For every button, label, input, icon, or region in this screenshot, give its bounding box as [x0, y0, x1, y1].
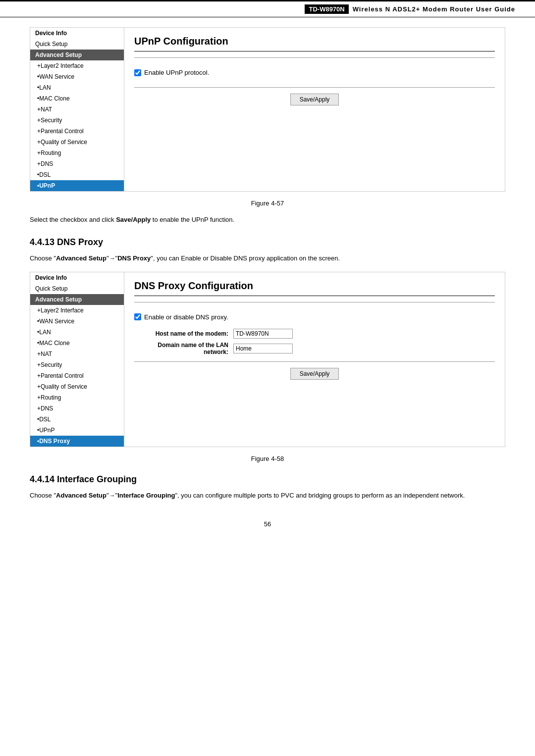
dns-hr2 [134, 361, 495, 362]
sidebar-item-routing-2[interactable]: +Routing [30, 392, 124, 403]
upnp-save-row: Save/Apply [134, 94, 495, 105]
interface-intro-text: Choose "Advanced Setup"→"Interface Group… [30, 491, 505, 501]
interface-heading-text: 4.4.14 Interface Grouping [30, 474, 137, 484]
sidebar-item-security-1[interactable]: +Security [30, 115, 124, 126]
dns-figure: Device Info Quick Setup Advanced Setup +… [30, 272, 505, 447]
sidebar-item-layer2-1[interactable]: +Layer2 Interface [30, 60, 124, 71]
dns-host-row: Host name of the modem: [134, 329, 495, 339]
sidebar-item-dsl-1[interactable]: •DSL [30, 169, 124, 180]
dns-intro-prefix: Choose " [30, 254, 56, 262]
upnp-figure-caption: Figure 4-57 [30, 200, 505, 207]
sidebar-item-security-2[interactable]: +Security [30, 359, 124, 370]
dns-checkbox-label: Enable or disable DNS proxy. [144, 313, 228, 321]
dns-checkbox-row: Enable or disable DNS proxy. [134, 308, 495, 326]
interface-intro-bold1: Advanced Setup [56, 492, 107, 499]
dns-host-label: Host name of the modem: [134, 330, 228, 337]
upnp-figure: Device Info Quick Setup Advanced Setup +… [30, 27, 505, 192]
upnp-sidebar: Device Info Quick Setup Advanced Setup +… [30, 28, 124, 191]
sidebar-item-wan-2[interactable]: •WAN Service [30, 316, 124, 327]
upnp-below-text: Select the checkbox and click Save/Apply… [30, 215, 505, 225]
upnp-below-prefix: Select the checkbox and click [30, 216, 116, 223]
upnp-checkbox-label: Enable UPnP protocol. [144, 69, 209, 76]
dns-save-row: Save/Apply [134, 368, 495, 380]
sidebar-item-advanced-setup-2[interactable]: Advanced Setup [30, 294, 124, 305]
sidebar-item-layer2-2[interactable]: +Layer2 Interface [30, 305, 124, 316]
interface-intro-suffix: ", you can configure multiple ports to P… [175, 492, 465, 499]
sidebar-item-wan-1[interactable]: •WAN Service [30, 71, 124, 82]
upnp-save-button[interactable]: Save/Apply [290, 94, 339, 105]
sidebar-item-mac-1[interactable]: •MAC Clone [30, 93, 124, 104]
upnp-checkbox-row: Enable UPnP protocol. [134, 64, 495, 81]
sidebar-item-parental-1[interactable]: +Parental Control [30, 126, 124, 137]
upnp-panel: UPnP Configuration Enable UPnP protocol.… [124, 28, 505, 191]
dns-section-heading: 4.4.13 DNS Proxy [30, 237, 505, 248]
upnp-enable-checkbox[interactable] [134, 69, 141, 76]
page-header: TD-W8970N Wireless N ADSL2+ Modem Router… [0, 0, 535, 17]
sidebar-item-quick-setup-1[interactable]: Quick Setup [30, 39, 124, 50]
sidebar-item-dsl-2[interactable]: •DSL [30, 414, 124, 425]
dns-intro-suffix: ", you can Enable or Disable DNS proxy a… [151, 254, 340, 262]
sidebar-item-nat-2[interactable]: +NAT [30, 349, 124, 359]
sidebar-item-lan-2[interactable]: •LAN [30, 327, 124, 338]
sidebar-item-advanced-setup-1[interactable]: Advanced Setup [30, 50, 124, 60]
sidebar-item-parental-2[interactable]: +Parental Control [30, 370, 124, 381]
sidebar-item-nat-1[interactable]: +NAT [30, 104, 124, 115]
sidebar-item-upnp-1[interactable]: •UPnP [30, 180, 124, 191]
sidebar-item-qos-2[interactable]: +Quality of Service [30, 381, 124, 392]
sidebar-item-dns-2[interactable]: +DNS [30, 403, 124, 414]
sidebar-item-upnp-2[interactable]: •UPnP [30, 425, 124, 436]
sidebar-item-device-info-1[interactable]: Device Info [30, 28, 124, 39]
main-content: Device Info Quick Setup Advanced Setup +… [0, 27, 535, 548]
sidebar-item-lan-1[interactable]: •LAN [30, 82, 124, 93]
sidebar-item-mac-2[interactable]: •MAC Clone [30, 338, 124, 349]
model-name: TD-W8970N [305, 4, 348, 14]
interface-intro-bold2: Interface Grouping [117, 492, 175, 499]
interface-intro-arrow: "→" [107, 492, 117, 499]
upnp-hr2 [134, 87, 495, 88]
dns-domain-label: Domain name of the LAN network: [134, 342, 228, 355]
dns-panel: DNS Proxy Configuration Enable or disabl… [124, 272, 505, 447]
upnp-below-suffix: to enable the UPnP function. [151, 216, 234, 223]
upnp-hr1 [134, 57, 495, 58]
dns-sidebar: Device Info Quick Setup Advanced Setup +… [30, 272, 124, 447]
dns-figure-caption: Figure 4-58 [30, 455, 505, 462]
dns-enable-checkbox[interactable] [134, 313, 141, 320]
sidebar-item-dns-proxy[interactable]: •DNS Proxy [30, 436, 124, 447]
dns-host-input[interactable] [233, 329, 293, 339]
sidebar-item-routing-1[interactable]: +Routing [30, 148, 124, 158]
dns-intro-bold2: DNS Proxy [117, 254, 151, 262]
dns-hr1 [134, 302, 495, 302]
dns-intro-text: Choose "Advanced Setup"→"DNS Proxy", you… [30, 253, 505, 264]
dns-panel-title: DNS Proxy Configuration [134, 280, 495, 296]
sidebar-item-device-info-2[interactable]: Device Info [30, 272, 124, 283]
upnp-below-bold: Save/Apply [116, 216, 151, 223]
sidebar-item-quick-setup-2[interactable]: Quick Setup [30, 283, 124, 294]
sidebar-item-qos-1[interactable]: +Quality of Service [30, 137, 124, 148]
interface-section-heading: 4.4.14 Interface Grouping [30, 474, 505, 485]
dns-intro-arrow: "→" [107, 254, 117, 262]
page-number: 56 [30, 520, 505, 528]
dns-heading-text: 4.4.13 DNS Proxy [30, 237, 103, 247]
dns-domain-row: Domain name of the LAN network: [134, 342, 495, 355]
dns-save-button[interactable]: Save/Apply [290, 368, 339, 380]
dns-domain-input[interactable] [233, 344, 293, 353]
interface-intro-prefix: Choose " [30, 492, 56, 499]
upnp-panel-title: UPnP Configuration [134, 36, 495, 51]
guide-title: Wireless N ADSL2+ Modem Router User Guid… [353, 5, 515, 13]
dns-intro-bold1: Advanced Setup [56, 254, 107, 262]
sidebar-item-dns-1[interactable]: +DNS [30, 158, 124, 169]
